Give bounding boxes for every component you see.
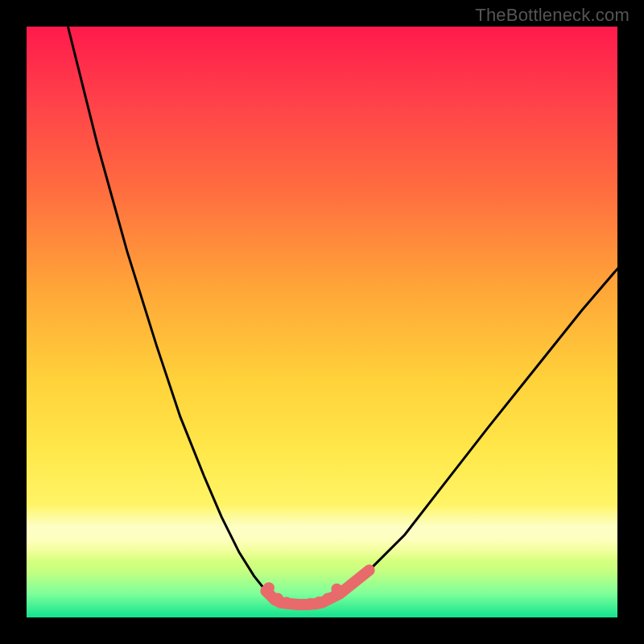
- valley-dot: [293, 599, 304, 610]
- valley-dot: [331, 584, 342, 595]
- watermark-text: TheBottleneck.com: [475, 5, 630, 26]
- valley-dot: [322, 593, 333, 605]
- valley-dot: [263, 582, 275, 593]
- curve-group: [68, 27, 617, 610]
- curve-svg: [27, 27, 617, 617]
- chart-frame: TheBottleneck.com: [0, 0, 644, 644]
- plot-area: [27, 27, 617, 617]
- valley-dot: [281, 597, 292, 609]
- curve-path: [68, 27, 617, 605]
